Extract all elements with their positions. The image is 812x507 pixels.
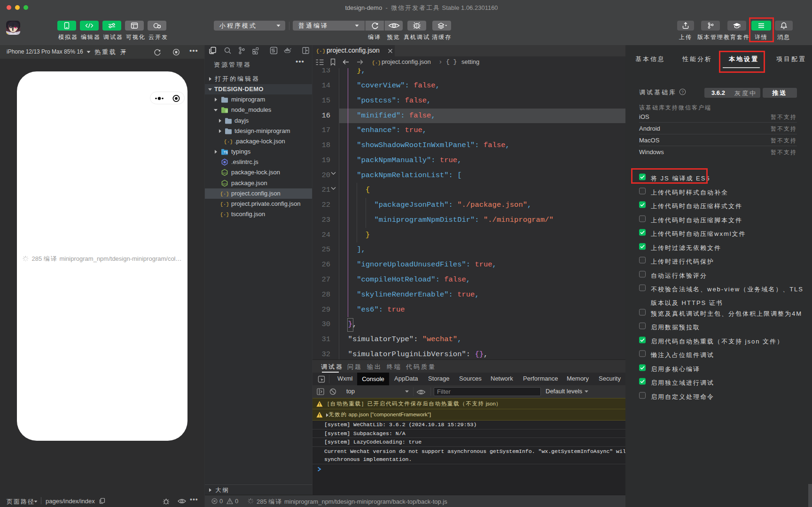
svg-text:TS: TS <box>224 151 228 154</box>
svg-text:{·}: {·} <box>373 60 380 66</box>
svg-text:{·}: {·} <box>317 48 325 54</box>
svg-text:{·}: {·} <box>221 212 228 218</box>
svg-text:npm: npm <box>222 182 227 185</box>
svg-text:{·}: {·} <box>221 191 228 197</box>
svg-text:{·}: {·} <box>221 202 228 207</box>
svg-text:{·}: {·} <box>225 139 232 145</box>
svg-text:?: ? <box>681 90 684 94</box>
svg-text:npm: npm <box>222 172 227 174</box>
